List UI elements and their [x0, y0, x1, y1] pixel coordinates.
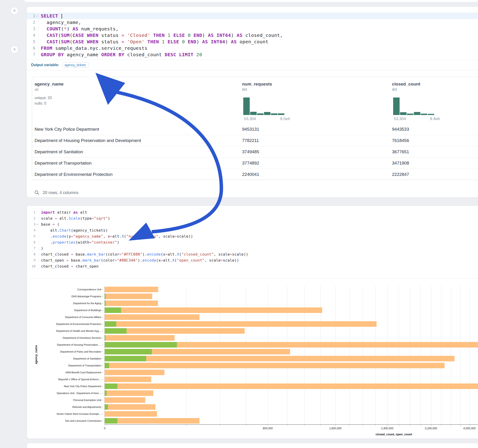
table-cell: 7782211 [242, 135, 259, 146]
table-row[interactable]: New York City Police Department945313194… [32, 124, 478, 135]
code-text: COUNT(*) AS num_requests, [38, 26, 478, 31]
bar-closed-count[interactable] [105, 294, 152, 299]
bar-closed-count[interactable] [105, 321, 377, 327]
bar-open-count[interactable] [105, 384, 117, 389]
table-cell: 2222847 [392, 169, 409, 180]
add-cell-button[interactable]: + [11, 46, 19, 53]
code-line: 1SELECT [27, 13, 478, 19]
line-number: 1 [27, 14, 35, 18]
y-axis-tick [102, 296, 103, 297]
bar-closed-count[interactable] [105, 300, 158, 306]
code-text: chart_closed = base.mark_bar(color="#FFC… [39, 252, 478, 256]
y-axis-tick [102, 372, 103, 373]
bar-open-count[interactable] [105, 363, 109, 368]
bar-closed-count[interactable] [105, 397, 145, 403]
bar-closed-count[interactable] [105, 377, 151, 382]
table-row[interactable]: Department of Sanitation37494853677651 [32, 146, 478, 157]
bar-closed-count[interactable] [105, 390, 153, 396]
bar-open-count[interactable] [105, 294, 106, 299]
bar-closed-count[interactable] [105, 363, 445, 368]
code-line: 8chart_closed = base.mark_bar(color="#FF… [27, 251, 478, 257]
bar-closed-count[interactable] [105, 411, 157, 417]
code-text: import altair as alt [39, 210, 478, 215]
column-type: i64 [392, 87, 397, 92]
y-axis-tick [102, 345, 103, 345]
y-axis-tick [102, 324, 103, 324]
output-variable-label: Output variable: [31, 63, 59, 67]
bar-closed-count[interactable] [105, 356, 454, 361]
table-cell: 3774892 [242, 158, 259, 169]
gridline [399, 286, 399, 424]
bar-open-count[interactable] [105, 307, 121, 313]
y-axis-label: Taxi and Limousine Commission [27, 417, 101, 424]
column-header[interactable]: num_requests [242, 81, 272, 87]
output-variable-input[interactable]: agency_tickets [63, 62, 89, 68]
column-header[interactable]: closed_count [392, 81, 420, 87]
bar-open-count[interactable] [105, 390, 107, 396]
y-axis-label: Department of Sanitation [27, 355, 101, 362]
column-stats: unique: 20 [35, 96, 52, 100]
y-axis-tick [102, 352, 103, 352]
bar-closed-count[interactable] [105, 418, 200, 423]
code-text: agency_name, [38, 20, 478, 25]
y-axis-label: New York City Police Department [27, 383, 101, 390]
code-text: GROUP BY agency_name ORDER BY closed_cou… [38, 52, 478, 57]
column-histogram [393, 98, 434, 115]
x-axis-title: closed_count, open_count [376, 433, 412, 436]
bar-closed-count[interactable] [105, 370, 164, 375]
code-text: alt.Chart(agency_tickets) [39, 228, 478, 232]
table-row[interactable]: Department of Transportation377489234719… [32, 157, 478, 169]
histogram-bar [243, 98, 250, 115]
bar-open-count[interactable] [105, 342, 177, 348]
bar-closed-count[interactable] [105, 384, 478, 389]
code-line: 5 CAST(SUM(CASE WHEN status = 'Open' THE… [27, 38, 478, 45]
code-text: .encode(y="agency_name", x=alt.X("num_re… [39, 234, 478, 238]
bar-open-count[interactable] [105, 356, 146, 361]
histogram-bar [250, 112, 257, 115]
table-cell: 7618456 [392, 135, 409, 146]
bar-closed-count[interactable] [105, 314, 200, 320]
bar-closed-count[interactable] [105, 404, 155, 410]
bar-open-count[interactable] [105, 321, 116, 327]
table-row[interactable]: Department of Environmental Protection22… [32, 169, 478, 180]
column-header[interactable]: agency_name [35, 81, 64, 87]
y-axis-tick [102, 366, 103, 366]
y-axis-tick [102, 400, 103, 400]
histogram-bar [428, 114, 434, 115]
histogram-max-label: 9.4e6 [430, 117, 440, 121]
bar-open-count[interactable] [105, 418, 117, 423]
gridline [335, 286, 336, 424]
gridline [441, 286, 441, 424]
bar-open-count[interactable] [105, 328, 126, 334]
line-number: 1 [27, 210, 36, 214]
line-number: 5 [27, 234, 36, 238]
line-number: 4 [27, 228, 36, 232]
gridline [375, 286, 375, 424]
y-axis-label: Refunds and Adjustments [27, 404, 101, 411]
bar-open-count[interactable] [105, 300, 106, 306]
code-line: 10chart_closed + chart_open [27, 263, 478, 269]
bar-closed-count[interactable] [105, 287, 158, 292]
y-axis-label: Correspondence Unit [27, 286, 101, 293]
bar-open-count[interactable] [105, 335, 105, 341]
line-number: 9 [27, 258, 36, 262]
y-axis-tick [102, 331, 103, 331]
y-axis-label: Personal Exemption Unit [27, 397, 101, 404]
sql-code-editor[interactable]: 1SELECT 2 agency_name,3 COUNT(*) AS num_… [27, 7, 478, 60]
bar-closed-count[interactable] [105, 307, 322, 313]
bar-open-count[interactable] [105, 349, 152, 355]
bar-open-count[interactable] [105, 404, 108, 410]
table-row[interactable]: Department of Housing Preservation and D… [32, 135, 478, 146]
search-icon[interactable] [34, 190, 39, 195]
add-cell-button[interactable]: + [11, 7, 19, 15]
next-cell-edge[interactable] [27, 443, 478, 448]
bar-closed-count[interactable] [105, 335, 175, 341]
result-table[interactable]: agency_namestrunique: 20nulls: 0num_requ… [32, 77, 478, 180]
y-axis-label: Department of Environmental Protection [27, 321, 101, 328]
y-axis-label: DHS Advantage Programs [27, 293, 101, 300]
column-type: str [35, 87, 39, 92]
code-line: 5 .encode(y="agency_name", x=alt.X("num_… [27, 233, 478, 239]
gridline [268, 286, 268, 424]
python-code-editor[interactable]: 1import altair as alt2scale = alt.Scale(… [27, 206, 478, 279]
code-text: ) [39, 246, 478, 250]
